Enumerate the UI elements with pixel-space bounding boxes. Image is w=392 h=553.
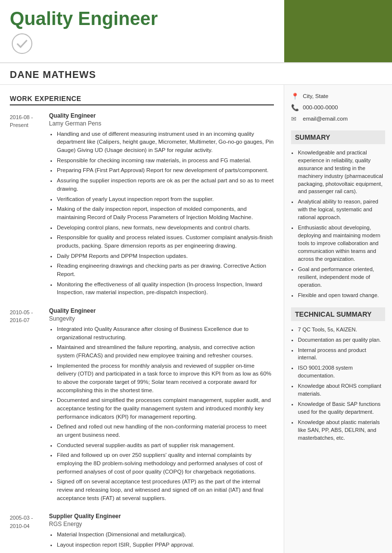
svg-point-0 bbox=[12, 34, 32, 53]
technical-bullets: 7 QC Tools, 5s, KAIZEN.Documentation as … bbox=[291, 326, 385, 442]
summary-bullet-item: Goal and performance oriented, resilient… bbox=[298, 266, 385, 289]
contact-email-text: email@email.com bbox=[303, 116, 348, 122]
main-layout: WORK EXPERIENCE 2016-08 - PresentQuality… bbox=[0, 85, 392, 553]
tech-bullet-item: 7 QC Tools, 5s, KAIZEN. bbox=[298, 326, 385, 334]
job-bullet-item: Documented and simplified the processes … bbox=[57, 396, 274, 421]
header: Quality Engineer bbox=[0, 0, 392, 63]
job-dates: 2016-08 - Present bbox=[10, 112, 49, 299]
summary-bullet-item: Flexible and open toward change. bbox=[298, 292, 385, 300]
job-bullet-item: Assuring the supplier inspection reports… bbox=[57, 176, 274, 193]
job-bullet-item: Supported the supplier for the reduction… bbox=[57, 551, 274, 553]
job-bullet-item: Daily DPPM Reports and DPPM Inspection u… bbox=[57, 252, 274, 260]
summary-bullet-item: Knowledgeable and practical experience i… bbox=[298, 149, 385, 196]
job-entry: 2010-05 - 2016-07Quality EngineerSungevi… bbox=[10, 307, 274, 504]
job-bullets-list: Handling and use of different measuring … bbox=[49, 130, 274, 297]
jobs-container: 2016-08 - PresentQuality EngineerLamy Ge… bbox=[10, 112, 274, 553]
job-bullet-item: Material Inspection (Dimensional and met… bbox=[57, 530, 274, 539]
tech-bullet-item: ISO 9001:2008 system documentation. bbox=[298, 364, 385, 380]
job-content: Supplier Quality EngineerRGS EnergyMater… bbox=[49, 513, 274, 553]
contact-email: ✉ email@email.com bbox=[291, 115, 385, 123]
job-content: Quality EngineerLamy German PensHandling… bbox=[49, 112, 274, 299]
job-bullet-item: Responsible for quality and process rela… bbox=[57, 233, 274, 250]
job-bullet-item: Integrated into Quality Assurance after … bbox=[57, 325, 274, 341]
job-bullet-item: Monitoring the effectiveness of all qual… bbox=[57, 280, 274, 297]
job-dates: 2005-03 - 2010-04 bbox=[10, 513, 49, 553]
contact-location-text: City, State bbox=[303, 93, 328, 99]
contact-phone: 📞 000-000-0000 bbox=[291, 104, 385, 111]
job-bullet-item: Implemented the process for monthly anal… bbox=[57, 362, 274, 395]
phone-icon: 📞 bbox=[291, 104, 300, 111]
location-icon: 📍 bbox=[291, 93, 300, 100]
email-icon: ✉ bbox=[291, 115, 300, 123]
job-bullet-item: Filed and followed up on over 250 suppli… bbox=[57, 451, 274, 476]
summary-title: SUMMARY bbox=[291, 130, 385, 144]
job-bullet-item: Handling and use of different measuring … bbox=[57, 130, 274, 154]
tech-bullet-item: Knowledge of Basic SAP functions used fo… bbox=[298, 401, 385, 416]
header-accent-block bbox=[284, 0, 392, 62]
right-column: 📍 City, State 📞 000-000-0000 ✉ email@ema… bbox=[284, 85, 392, 553]
job-bullet-item: Defined and rolled out new handling of t… bbox=[57, 423, 274, 439]
job-content: Quality EngineerSungevityIntegrated into… bbox=[49, 307, 274, 504]
job-bullet-item: Signed off on several acceptance test pr… bbox=[57, 478, 274, 502]
resume-title: Quality Engineer bbox=[10, 9, 274, 29]
job-bullet-item: Verification of yearly Layout inspection… bbox=[57, 195, 274, 203]
job-bullet-item: Preparing FPA (First Part Approval) Repo… bbox=[57, 166, 274, 175]
job-bullet-item: Developing control plans, new formats, n… bbox=[57, 224, 274, 232]
job-bullet-item: Conducted several supplier-audits as par… bbox=[57, 441, 274, 450]
name-section: DANE MATHEWS bbox=[0, 63, 392, 85]
tech-bullet-item: Internal process and product internal. bbox=[298, 347, 385, 362]
job-company: RGS Energy bbox=[49, 521, 274, 528]
summary-bullet-item: Enthusiastic about developing, deploying… bbox=[298, 224, 385, 263]
job-title: Quality Engineer bbox=[49, 307, 274, 314]
header-left: Quality Engineer bbox=[0, 0, 284, 62]
job-bullet-item: Reading engineering drawings and checkin… bbox=[57, 262, 274, 278]
job-entry: 2005-03 - 2010-04Supplier Quality Engine… bbox=[10, 513, 274, 553]
job-bullets-list: Integrated into Quality Assurance after … bbox=[49, 325, 274, 502]
job-bullet-item: Maintained and streamlined the failure r… bbox=[57, 343, 274, 359]
tech-bullet-item: Knowledge about ROHS compliant materials… bbox=[298, 382, 385, 398]
job-title: Supplier Quality Engineer bbox=[49, 513, 274, 520]
job-bullet-item: Layout inspection report ISIR, Supplier … bbox=[57, 541, 274, 549]
header-icon bbox=[10, 31, 34, 56]
job-bullets-list: Material Inspection (Dimensional and met… bbox=[49, 530, 274, 553]
summary-bullets: Knowledgeable and practical experience i… bbox=[291, 149, 385, 300]
job-company: Lamy German Pens bbox=[49, 120, 274, 127]
technical-summary-section: TECHNICAL SUMMARY 7 QC Tools, 5s, KAIZEN… bbox=[291, 307, 385, 442]
job-bullet-item: Making of the daily inspection report, i… bbox=[57, 205, 274, 221]
contact-phone-text: 000-000-0000 bbox=[303, 104, 338, 110]
work-experience-title: WORK EXPERIENCE bbox=[10, 95, 274, 105]
summary-section: SUMMARY Knowledgeable and practical expe… bbox=[291, 130, 385, 300]
tech-bullet-item: Knowledge about plastic materials like S… bbox=[298, 419, 385, 442]
technical-summary-title: TECHNICAL SUMMARY bbox=[291, 307, 385, 321]
job-entry: 2016-08 - PresentQuality EngineerLamy Ge… bbox=[10, 112, 274, 299]
job-company: Sungevity bbox=[49, 315, 274, 322]
job-title: Quality Engineer bbox=[49, 112, 274, 119]
left-column: WORK EXPERIENCE 2016-08 - PresentQuality… bbox=[0, 85, 284, 553]
job-dates: 2010-05 - 2016-07 bbox=[10, 307, 49, 504]
summary-bullet-item: Analytical ability to reason, paired wit… bbox=[298, 198, 385, 222]
tech-bullet-item: Documentation as per quality plan. bbox=[298, 336, 385, 344]
contact-location: 📍 City, State bbox=[291, 93, 385, 100]
job-bullet-item: Responsible for checking incoming raw ma… bbox=[57, 156, 274, 165]
candidate-name: DANE MATHEWS bbox=[10, 69, 96, 80]
